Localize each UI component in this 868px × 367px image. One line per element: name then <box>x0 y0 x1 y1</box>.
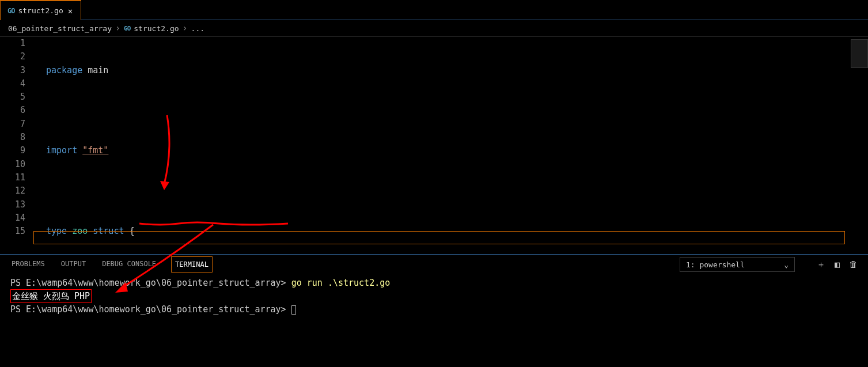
new-terminal-icon[interactable]: ＋ <box>817 259 825 270</box>
minimap[interactable] <box>851 39 868 68</box>
code-editor[interactable]: 123 456 789 101112 131415 package main i… <box>0 36 868 254</box>
terminal-output: 金丝猴 火烈鸟 PHP <box>12 291 90 301</box>
terminal-selector[interactable]: 1: powershell ⌄ <box>680 257 795 272</box>
tab-debug-console[interactable]: DEBUG CONSOLE <box>101 255 157 274</box>
tab-output[interactable]: OUTPUT <box>60 255 87 274</box>
tab-problems[interactable]: PROBLEMS <box>10 255 46 274</box>
split-terminal-icon[interactable]: ◧ <box>835 259 840 270</box>
terminal-cursor <box>291 305 296 315</box>
code-content[interactable]: package main import "fmt" type zoo struc… <box>33 37 868 254</box>
breadcrumb-file[interactable]: struct2.go <box>134 24 179 33</box>
close-icon[interactable]: ✕ <box>67 7 74 15</box>
chevron-right-icon: › <box>183 23 188 33</box>
terminal-selector-label: 1: powershell <box>686 260 745 269</box>
chevron-down-icon: ⌄ <box>784 260 789 269</box>
tab-filename: struct2.go <box>18 6 63 15</box>
tab-bar: GO struct2.go ✕ <box>0 0 868 20</box>
terminal-prompt: PS E:\wamp64\www\homework_go\06_pointer_… <box>10 304 286 315</box>
kill-terminal-icon[interactable]: 🗑 <box>849 259 858 270</box>
terminal-content[interactable]: PS E:\wamp64\www\homework_go\06_pointer_… <box>0 274 868 367</box>
panel-tab-bar: PROBLEMS OUTPUT DEBUG CONSOLE TERMINAL 1… <box>0 255 868 274</box>
tab-struct2go[interactable]: GO struct2.go ✕ <box>0 0 81 20</box>
line-number-gutter: 123 456 789 101112 131415 <box>0 37 33 254</box>
breadcrumb-folder[interactable]: 06_pointer_struct_array <box>8 24 112 33</box>
terminal-prompt: PS E:\wamp64\www\homework_go\06_pointer_… <box>10 278 286 288</box>
bottom-panel: PROBLEMS OUTPUT DEBUG CONSOLE TERMINAL 1… <box>0 254 868 367</box>
terminal-command: go run .\struct2.go <box>291 278 391 288</box>
tab-terminal[interactable]: TERMINAL <box>171 256 213 273</box>
chevron-right-icon: › <box>115 23 120 33</box>
breadcrumb-trail[interactable]: ... <box>191 24 204 33</box>
go-file-icon: GO <box>7 7 14 15</box>
go-file-icon: GO <box>124 25 130 32</box>
breadcrumb: 06_pointer_struct_array › GO struct2.go … <box>0 20 868 36</box>
